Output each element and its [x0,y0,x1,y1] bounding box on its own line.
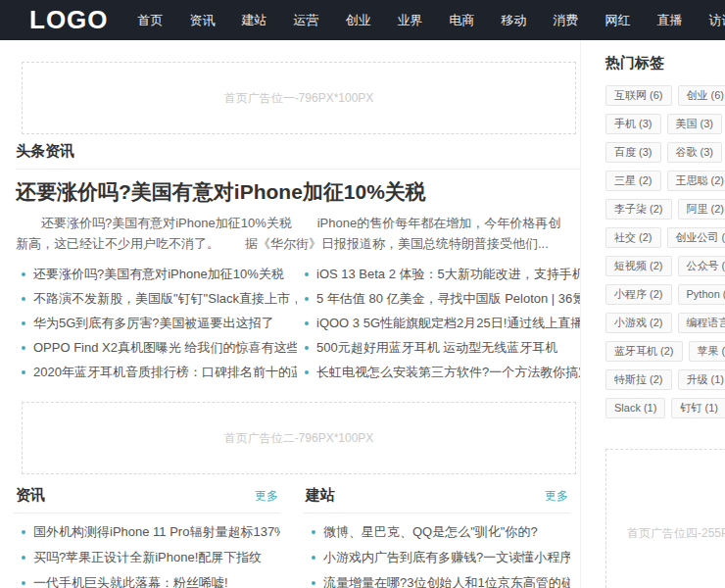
news-item[interactable]: 小游戏内广告到底有多赚钱?一文读懂小程序 5 大... [304,545,570,570]
news-item[interactable]: 流量增量在哪?3位创始人和1位京东高管的碰撞实录 [304,570,570,588]
tag[interactable]: 百度 (3) [605,142,661,163]
tag[interactable]: Python (2) [678,284,725,305]
tag[interactable]: 特斯拉 (2) [605,369,672,390]
nav-item-consumption[interactable]: 消费 [554,12,579,29]
tag[interactable]: 创业 (6) [678,85,725,106]
section-title-headlines: 头条资讯 [16,142,580,170]
bullet-icon [22,530,25,534]
nav-item-influencer[interactable]: 网红 [605,12,631,29]
headline-list-left: 还要涨价吗?美国有意对iPhone加征10%关税 不路演不发新股，美国版"钉钉"… [14,262,297,384]
bottom-sections: 资讯 更多 国外机构测得iPhone 11 Pro辐射量超标137% 买吗?苹果… [14,486,580,588]
main-column: 首页广告位一-796PX*100PX 头条资讯 还要涨价吗?美国有意对iPhon… [14,40,581,588]
hot-tags: 互联网 (6) 创业 (6) 手机 (3) 美国 (3) 科技 (3) 百度 (… [605,85,725,418]
top-headline-link[interactable]: 还要涨价吗?美国有意对iPhone加征10%关税 [16,179,580,204]
tag[interactable]: 钉钉 (1) [671,398,725,418]
bullet-icon [312,556,315,560]
bullet-icon [305,346,309,350]
tag[interactable]: 编程语言 (2) [678,313,725,333]
tag[interactable]: 手机 (3) [605,114,661,134]
tag[interactable]: 互联网 (6) [605,85,672,106]
tag[interactable]: 美国 (3) [667,114,723,134]
bullet-icon [305,370,309,374]
news-item[interactable]: 还要涨价吗?美国有意对iPhone加征10%关税 [14,262,297,286]
nav-item-livestream[interactable]: 直播 [657,12,683,29]
bullet-icon [22,297,25,301]
bullet-icon [22,272,25,276]
bullet-icon [305,321,309,325]
headline-news-lists: 还要涨价吗?美国有意对iPhone加征10%关税 不路演不发新股，美国版"钉钉"… [14,262,580,384]
site-logo[interactable]: LOGO [29,5,109,35]
tag[interactable]: 创业公司 (2) [667,227,725,248]
news-item[interactable]: 不路演不发新股，美国版"钉钉"Slack直接上市，... [14,286,297,311]
more-link-news[interactable]: 更多 [255,488,278,505]
news-item[interactable]: 长虹电视怎么安装第三方软件?一个方法教你搞定 [297,360,580,384]
nav-item-ecommerce[interactable]: 电商 [450,12,475,29]
headline-summary: 还要涨价吗?美国有意对iPhone加征10%关税 iPhone的售价每年都在增加… [16,213,572,254]
tag[interactable]: 李子柒 (2) [605,199,672,220]
ad-banner-2[interactable]: 首页广告位二-796PX*100PX [22,402,576,474]
news-item[interactable]: 微博、星巴克、QQ是怎么"驯化"你的? [304,519,570,545]
tag[interactable]: 三星 (2) [605,171,661,191]
news-item[interactable]: 国外机构测得iPhone 11 Pro辐射量超标137% [14,519,280,545]
nav-item-interview[interactable]: 访谈 [709,12,725,29]
news-item[interactable]: 华为5G到底有多厉害?美国被逼要出这招了 [14,311,297,335]
main-nav: 首页 资讯 建站 运营 创业 业界 电商 移动 消费 网红 直播 访谈 [138,12,725,29]
headline-list-right: iOS 13 Beta 2 体验：5大新功能改进，支持手机... 5 年估值 8… [297,262,580,384]
news-item[interactable]: 2020年蓝牙耳机音质排行榜：口碑排名前十的蓝... [14,360,297,384]
section-site-building: 建站 更多 微博、星巴克、QQ是怎么"驯化"你的? 小游戏内广告到底有多赚钱?一… [304,486,570,588]
tag[interactable]: 公众号 (2) [678,256,725,276]
tag[interactable]: 社交 (2) [605,227,661,248]
section-news: 资讯 更多 国外机构测得iPhone 11 Pro辐射量超标137% 买吗?苹果… [14,486,280,588]
tag[interactable]: 升级 (1) [678,369,725,390]
more-link-site-building[interactable]: 更多 [545,488,568,505]
tag[interactable]: 谷歌 (3) [667,142,723,163]
nav-item-operation[interactable]: 运营 [294,12,319,29]
nav-item-site-building[interactable]: 建站 [242,12,267,29]
bullet-icon [22,346,25,350]
nav-item-home[interactable]: 首页 [138,12,164,29]
tag[interactable]: 王思聪 (2) [667,171,725,191]
section-title-news: 资讯 [16,486,45,505]
bullet-icon [22,370,25,374]
news-item[interactable]: iOS 13 Beta 2 体验：5大新功能改进，支持手机... [297,262,580,286]
bullet-icon [312,581,315,585]
news-item[interactable]: 5 年估值 80 亿美金，寻找中国版 Peloton | 36氪... [297,286,580,311]
ad-banner-1[interactable]: 首页广告位一-796PX*100PX [22,62,576,134]
news-item[interactable]: OPPO Find X2真机图曝光 给我们的惊喜有这些 [14,335,297,360]
tag[interactable]: 阿里 (2) [678,199,725,220]
tag[interactable]: 苹果 (2) [689,341,725,362]
hot-tags-title: 热门标签 [605,54,725,73]
bullet-icon [305,272,309,276]
tag[interactable]: 蓝牙耳机 (2) [605,341,683,362]
news-item[interactable]: iQOO 3 5G性能旗舰定档2月25日!通过线上直播发布 [297,311,580,335]
section-title-site-building: 建站 [306,486,335,505]
news-item[interactable]: 500元超好用蓝牙耳机 运动型无线蓝牙耳机 [297,335,580,360]
bullet-icon [312,530,315,534]
header: LOGO 首页 资讯 建站 运营 创业 业界 电商 移动 消费 网红 直播 访谈 [0,0,725,40]
bullet-icon [22,321,25,325]
tag[interactable]: 小程序 (2) [605,284,672,305]
tag[interactable]: Slack (1) [605,398,665,418]
ad-banner-4[interactable]: 首页广告位四-255PX*255PX [605,449,725,588]
news-item[interactable]: 买吗?苹果正设计全新iPhone!配屏下指纹 [14,545,280,570]
nav-item-mobile[interactable]: 移动 [502,12,527,29]
news-item[interactable]: 一代手机巨头就此落幕：粉丝唏嘘! [14,570,280,588]
tag[interactable]: 短视频 (2) [605,256,672,276]
tag[interactable]: 小游戏 (2) [605,313,672,333]
bullet-icon [22,581,25,585]
nav-item-startup[interactable]: 创业 [346,12,371,29]
bullet-icon [305,297,309,301]
sidebar: 热门标签 互联网 (6) 创业 (6) 手机 (3) 美国 (3) 科技 (3)… [605,54,725,588]
nav-item-industry[interactable]: 业界 [398,12,423,29]
nav-item-news[interactable]: 资讯 [190,12,216,29]
bullet-icon [22,556,25,560]
